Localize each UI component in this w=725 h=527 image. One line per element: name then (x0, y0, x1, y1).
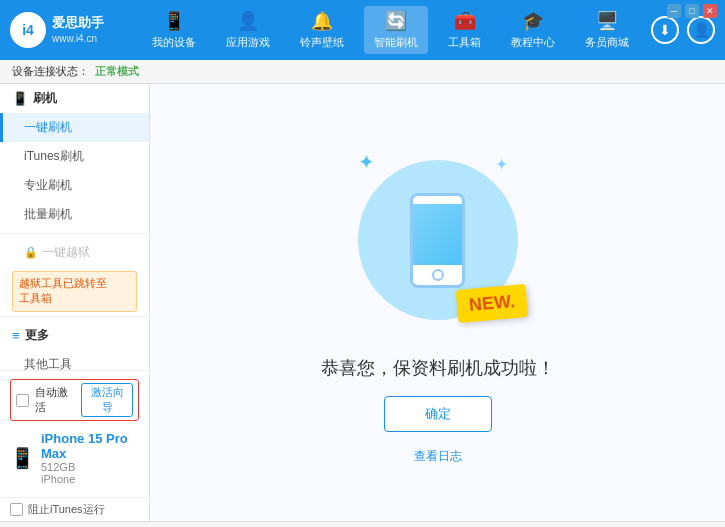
sidebar-item-itunes-flash[interactable]: iTunes刷机 (0, 142, 149, 171)
apps-games-icon: 👤 (237, 10, 259, 32)
device-info: 📱 iPhone 15 Pro Max 512GB iPhone (10, 427, 139, 489)
maximize-button[interactable]: □ (685, 4, 699, 18)
logo-text: 爱思助手 www.i4.cn (52, 15, 104, 45)
business-icon: 🖥️ (596, 10, 618, 32)
device-details: iPhone 15 Pro Max 512GB iPhone (41, 431, 139, 485)
lock-icon: 🔒 (24, 246, 38, 259)
nav-apps-games[interactable]: 👤 应用游戏 (216, 6, 280, 54)
user-button[interactable]: 👤 (687, 16, 715, 44)
download-button[interactable]: ⬇ (651, 16, 679, 44)
close-button[interactable]: ✕ (703, 4, 717, 18)
activation-guide-button[interactable]: 激活向导 (81, 383, 133, 417)
auto-activate-checkbox[interactable] (16, 394, 29, 407)
new-badge: NEW. (456, 284, 529, 323)
view-log-link[interactable]: 查看日志 (414, 448, 462, 465)
more-section-icon: ≡ (12, 328, 20, 343)
tools-icon: 🧰 (454, 10, 476, 32)
phone-home-button (432, 269, 444, 281)
sparkle-left-icon: ✦ (358, 150, 375, 174)
nav-tutorial[interactable]: 🎓 教程中心 (501, 6, 565, 54)
smart-flash-icon: 🔄 (385, 10, 407, 32)
my-device-icon: 📱 (163, 10, 185, 32)
sidebar-item-jailbreak-disabled: 🔒 一键越狱 (0, 238, 149, 267)
sidebar-item-pro-flash[interactable]: 专业刷机 (0, 171, 149, 200)
content-body: ✦ ✦ NEW. 恭喜您，保资料刷机成功啦！ 确定 查看日志 (150, 84, 725, 521)
itunes-bar: 阻止iTunes运行 (0, 497, 149, 521)
top-right-controls: ⬇ 👤 (651, 16, 715, 44)
top-navbar: i4 爱思助手 www.i4.cn 📱 我的设备 👤 应用游戏 🔔 铃声壁纸 🔄… (0, 0, 725, 60)
nav-smart-flash[interactable]: 🔄 智能刷机 (364, 6, 428, 54)
phone-illustration: ✦ ✦ NEW. (338, 140, 538, 340)
sidebar-divider-2 (0, 316, 149, 317)
ringtones-icon: 🔔 (311, 10, 333, 32)
itunes-checkbox[interactable] (10, 503, 23, 516)
flash-section-header: 📱 刷机 (0, 84, 149, 113)
sidebar-note: 越狱工具已跳转至 工具箱 (12, 271, 137, 312)
main-content: ✦ ✦ NEW. 恭喜您，保资料刷机成功啦！ 确定 查看日志 (150, 84, 725, 521)
phone-screen (413, 204, 462, 265)
nav-my-device[interactable]: 📱 我的设备 (142, 6, 206, 54)
sidebar-device-section: 自动激活 激活向导 📱 iPhone 15 Pro Max 512GB iPho… (0, 370, 149, 497)
nav-ringtones[interactable]: 🔔 铃声壁纸 (290, 6, 354, 54)
more-section-header: ≡ 更多 (0, 321, 149, 350)
sidebar-wrapper: 📱 刷机 一键刷机 iTunes刷机 专业刷机 批量刷机 🔒 一键越狱 越狱工具… (0, 84, 150, 521)
sidebar-divider-1 (0, 233, 149, 234)
sidebar-scroll: 📱 刷机 一键刷机 iTunes刷机 专业刷机 批量刷机 🔒 一键越狱 越狱工具… (0, 84, 149, 370)
bottom-bar: V7.98.66 客服 微信公众号 检查更新 (0, 521, 725, 527)
flash-section-icon: 📱 (12, 91, 28, 106)
device-phone-icon: 📱 (10, 446, 35, 470)
logo-icon: i4 (10, 12, 46, 48)
sidebar-item-batch-flash[interactable]: 批量刷机 (0, 200, 149, 229)
sidebar-item-other-tools[interactable]: 其他工具 (0, 350, 149, 370)
phone-device (410, 193, 465, 288)
main-layout: 📱 刷机 一键刷机 iTunes刷机 专业刷机 批量刷机 🔒 一键越狱 越狱工具… (0, 84, 725, 521)
sparkle-right-icon: ✦ (495, 155, 508, 174)
status-bar: 设备连接状态： 正常模式 (0, 60, 725, 84)
tutorial-icon: 🎓 (522, 10, 544, 32)
nav-items: 📱 我的设备 👤 应用游戏 🔔 铃声壁纸 🔄 智能刷机 🧰 工具箱 🎓 教程中心… (130, 6, 651, 54)
sidebar-item-one-key-flash[interactable]: 一键刷机 (0, 113, 149, 142)
nav-tools[interactable]: 🧰 工具箱 (438, 6, 491, 54)
success-message: 恭喜您，保资料刷机成功啦！ (321, 356, 555, 380)
logo-area: i4 爱思助手 www.i4.cn (10, 12, 130, 48)
auto-activate-row: 自动激活 激活向导 (10, 379, 139, 421)
minimize-button[interactable]: ─ (667, 4, 681, 18)
confirm-button[interactable]: 确定 (384, 396, 492, 432)
nav-business[interactable]: 🖥️ 务员商城 (575, 6, 639, 54)
